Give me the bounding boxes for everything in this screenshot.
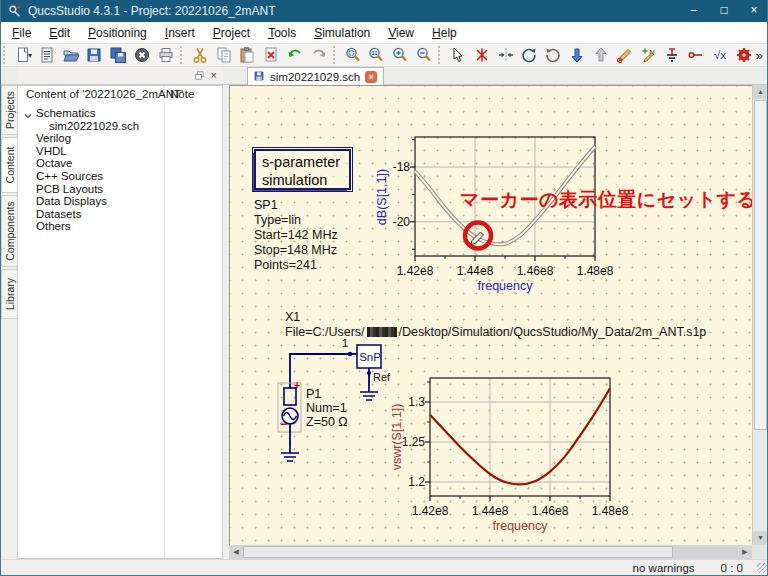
tab-sim20221029[interactable]: sim20221029.sch × <box>247 67 384 85</box>
rotate-left-button[interactable] <box>518 44 542 66</box>
dock-close-icon[interactable]: × <box>211 70 217 81</box>
simulate-button[interactable] <box>732 44 756 66</box>
tab-close-icon[interactable]: × <box>365 71 377 83</box>
tree-item-sim20221029-sch[interactable]: sim20221029.sch <box>49 120 139 132</box>
menu-insert[interactable]: Insert <box>156 24 204 42</box>
schematic-canvas[interactable]: s-parameter simulation SP1Type=linStart=… <box>229 85 752 545</box>
axis-tick-label: 1.48e8 <box>588 504 632 518</box>
menu-tools[interactable]: Tools <box>259 24 305 42</box>
x1-name[interactable]: X1 <box>285 310 300 325</box>
tree-item-data-displays[interactable]: Data Displays <box>36 195 107 207</box>
axis-tick-label: 1.42e8 <box>408 504 452 518</box>
scroll-left-icon[interactable]: ◀ <box>229 545 243 559</box>
zoom-fit-button[interactable] <box>341 44 365 66</box>
axis-tick-label: 1.48e8 <box>573 264 617 278</box>
sp1-property-line: Type=lin <box>254 213 338 228</box>
open-button[interactable] <box>59 44 83 66</box>
warnings-status: no warnings <box>633 562 695 574</box>
push-into-button[interactable] <box>565 44 589 66</box>
delete-button[interactable] <box>259 44 283 66</box>
close-button[interactable]: × <box>739 0 768 22</box>
x-axis-label: frequency <box>465 279 545 293</box>
menu-view[interactable]: View <box>379 24 423 42</box>
menu-project[interactable]: Project <box>204 24 259 42</box>
tree-item-c-sources[interactable]: C++ Sources <box>36 170 103 182</box>
tree-item-pcb-layouts[interactable]: PCB Layouts <box>36 183 103 195</box>
scrollbar-corner <box>752 545 767 559</box>
snp-pin1-label: 1 <box>342 336 348 351</box>
x1-file-prefix: File=C:/Users/ <box>285 325 365 339</box>
sp1-properties[interactable]: SP1Type=linStart=142 MHzStop=148 MHzPoin… <box>254 198 338 273</box>
tree-item-others[interactable]: Others <box>36 220 71 232</box>
save-all-button[interactable] <box>106 44 130 66</box>
rotate-button[interactable] <box>541 44 565 66</box>
menu-simulation[interactable]: Simulation <box>305 24 379 42</box>
tree-item-vhdl[interactable]: VHDL <box>36 145 67 157</box>
menu-edit[interactable]: Edit <box>40 24 79 42</box>
snp-component-label[interactable]: SnP <box>359 350 381 365</box>
horizontal-scrollbar[interactable]: ◀ ▶ <box>229 545 752 559</box>
insert-port-button[interactable] <box>684 44 708 66</box>
menu-help[interactable]: Help <box>423 24 466 42</box>
sidebar-tab-components[interactable]: Components <box>1 195 17 267</box>
undo-button[interactable] <box>283 44 307 66</box>
scroll-down-icon[interactable]: ▼ <box>753 531 768 545</box>
axis-tick-label: 1.42e8 <box>393 264 437 278</box>
menu-bar: FileEditPositioningInsertProjectToolsSim… <box>1 22 768 44</box>
insert-ground-button[interactable] <box>660 44 684 66</box>
redo-button[interactable] <box>307 44 331 66</box>
float-window-icon[interactable] <box>194 70 205 81</box>
cut-button[interactable] <box>188 44 212 66</box>
paste-button[interactable] <box>235 44 259 66</box>
toolbar-group-grip <box>180 46 185 64</box>
tree-item-verilog[interactable]: Verilog <box>36 132 71 144</box>
zoom-1-1-button[interactable]: 11 <box>365 44 389 66</box>
sidebar-tab-content[interactable]: Content <box>1 137 17 193</box>
new-button[interactable]: ▾ <box>11 44 35 66</box>
vertical-scroll-thumb[interactable] <box>754 100 767 430</box>
pop-out-button[interactable] <box>589 44 613 66</box>
resize-grip[interactable] <box>757 563 767 573</box>
print-button[interactable] <box>154 44 178 66</box>
close-doc-button[interactable] <box>130 44 154 66</box>
scroll-up-icon[interactable]: ▲ <box>753 85 768 99</box>
mirror-x-button[interactable] <box>494 44 518 66</box>
zoom-out-button[interactable] <box>412 44 436 66</box>
censored-username <box>367 327 397 337</box>
toolbar-overflow-icon[interactable]: » <box>756 48 763 63</box>
select-button[interactable] <box>446 44 470 66</box>
sidebar-tab-projects[interactable]: Projects <box>1 85 17 135</box>
new-dropdown-caret-icon[interactable]: ▾ <box>28 51 32 60</box>
save-button[interactable] <box>82 44 106 66</box>
p1-property-line: P1 <box>306 387 348 401</box>
menu-positioning[interactable]: Positioning <box>79 24 156 42</box>
deactivate-button[interactable] <box>470 44 494 66</box>
copy-button[interactable] <box>212 44 236 66</box>
insert-wire-button[interactable] <box>613 44 637 66</box>
sidebar-tab-library[interactable]: Library <box>1 269 17 319</box>
new-text-button[interactable] <box>35 44 59 66</box>
zoom-in-button[interactable] <box>388 44 412 66</box>
tree-item-datasets[interactable]: Datasets <box>36 208 81 220</box>
p1-minus-terminal: − <box>280 417 287 432</box>
insert-equation-button[interactable]: √x <box>708 44 732 66</box>
sp1-property-line: Stop=148 MHz <box>254 243 338 258</box>
menu-file[interactable]: File <box>3 24 40 42</box>
chevron-down-icon[interactable] <box>24 109 32 123</box>
axis-tick-label: 1.46e8 <box>528 504 572 518</box>
p1-properties[interactable]: P1Num=1Z=50 Ω <box>306 387 348 429</box>
horizontal-scroll-thumb[interactable] <box>243 546 673 558</box>
sidebar-tab-label: Library <box>4 278 16 310</box>
minimize-button[interactable]: – <box>679 0 709 22</box>
maximize-button[interactable]: □ <box>709 0 739 22</box>
vertical-scrollbar[interactable]: ▲ ▼ <box>752 85 767 545</box>
scroll-right-icon[interactable]: ▶ <box>738 545 752 559</box>
x1-file-property[interactable]: File=C:/Users//Desktop/Simulation/QucsSt… <box>285 325 706 340</box>
note-column-header[interactable]: Note <box>170 88 194 100</box>
content-column-header[interactable]: Content of '20221026_2mANT' <box>26 88 183 100</box>
tree-item-schematics[interactable]: Schematics <box>36 107 95 119</box>
tree-item-octave[interactable]: Octave <box>36 157 72 169</box>
curve-vswr <box>430 388 610 484</box>
s-parameter-simulation-box[interactable]: s-parameter simulation <box>254 149 351 190</box>
insert-wire-label-button[interactable]: N <box>637 44 661 66</box>
